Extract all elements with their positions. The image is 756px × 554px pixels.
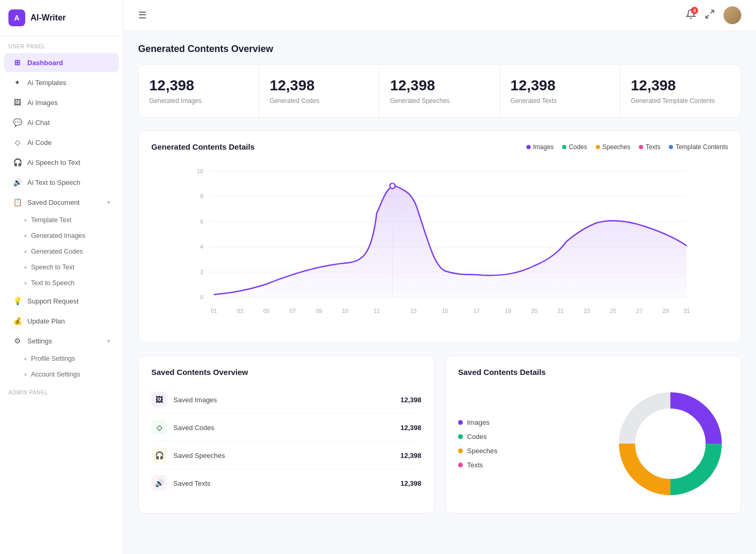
logo-icon: A <box>8 9 25 26</box>
logo-area[interactable]: A AI-Writer <box>0 0 123 36</box>
svg-text:29: 29 <box>662 308 669 314</box>
sidebar-footer-label: Admin Panel <box>0 382 123 399</box>
svg-text:11: 11 <box>374 308 380 314</box>
saved-doc-icon: 📋 <box>13 197 22 207</box>
legend-item-template-contents: Template Contents <box>669 143 728 151</box>
svg-line-0 <box>711 10 714 13</box>
stat-value: 12,398 <box>149 77 248 94</box>
chart-svg-area: 10 8 6 4 2 0 01 03 05 07 09 10 11 13 15 <box>151 161 728 331</box>
notification-badge: 4 <box>691 7 698 14</box>
sidebar-item-profile-settings[interactable]: Profile Settings <box>4 351 119 366</box>
sidebar-item-template-text[interactable]: Template Text <box>4 213 119 227</box>
saved-overview-card: Saved Contents Overview 🖼 Saved Images 1… <box>138 356 434 514</box>
sidebar-item-settings[interactable]: ⚙ Settings ▾ <box>4 331 119 350</box>
donut-legend-speeches: Speeches <box>458 447 498 455</box>
stat-card-images: 12,398 Generated Images <box>139 65 259 117</box>
sub-item-label: Generated Images <box>31 232 86 239</box>
svg-text:21: 21 <box>557 308 564 314</box>
sidebar-item-saved-document[interactable]: 📋 Saved Document ▾ <box>4 193 119 212</box>
donut-legend: Images Codes Speeches Texts <box>458 419 498 469</box>
legend-dot-template <box>669 145 673 149</box>
donut-legend-codes: Codes <box>458 433 498 441</box>
bullet-dot <box>24 373 27 376</box>
saved-row-value: 12,398 <box>400 452 421 459</box>
sub-item-label: Template Text <box>31 216 71 224</box>
saved-row-label: Saved Codes <box>173 424 400 432</box>
saved-details-title: Saved Contents Details <box>458 368 728 377</box>
svg-text:0: 0 <box>200 294 203 300</box>
sidebar-item-text-to-speech[interactable]: Text to Speech <box>4 276 119 290</box>
stat-card-speeches: 12,398 Generated Speeches <box>379 65 500 117</box>
saved-overview-title: Saved Contents Overview <box>151 368 421 377</box>
sidebar-item-dashboard[interactable]: ⊞ Dashboard <box>4 53 119 72</box>
sidebar: A AI-Writer User Panel ⊞ Dashboard ✦ Ai … <box>0 0 123 554</box>
donut-legend-label: Texts <box>467 461 483 469</box>
sidebar-item-ai-chat[interactable]: 💬 Ai Chat <box>4 113 119 132</box>
svg-text:13: 13 <box>410 308 417 314</box>
content-area: Generated Contents Overview 12,398 Gener… <box>123 31 756 554</box>
svg-text:01: 01 <box>211 308 217 314</box>
svg-text:31: 31 <box>683 308 690 314</box>
chart-header: Generated Contents Details Images Codes … <box>151 142 728 151</box>
sidebar-item-ai-text-to-speech[interactable]: 🔊 Ai Text to Speech <box>4 173 119 192</box>
bullet-dot <box>24 250 27 253</box>
sidebar-item-generated-images[interactable]: Generated Images <box>4 228 119 243</box>
sub-item-label: Account Settings <box>31 371 80 378</box>
saved-texts-icon: 🔊 <box>151 475 167 491</box>
svg-text:10: 10 <box>342 308 348 314</box>
sidebar-item-label: Ai Text to Speech <box>27 179 80 186</box>
notification-button[interactable]: 4 <box>686 9 696 22</box>
donut-dot-speeches <box>458 448 463 453</box>
sidebar-item-ai-code[interactable]: ◇ Ai Code <box>4 133 119 152</box>
sidebar-item-label: Settings <box>27 337 52 345</box>
settings-icon: ⚙ <box>13 336 22 346</box>
stats-grid: 12,398 Generated Images 12,398 Generated… <box>138 64 741 118</box>
legend-item-texts: Texts <box>639 143 660 151</box>
chevron-down-icon: ▾ <box>107 199 110 206</box>
svg-text:8: 8 <box>200 193 203 200</box>
sub-item-label: Generated Codes <box>31 248 83 255</box>
stat-card-texts: 12,398 Generated Texts <box>500 65 620 117</box>
svg-text:15: 15 <box>442 308 448 314</box>
legend-item-speeches: Speeches <box>596 143 630 151</box>
sidebar-item-account-settings[interactable]: Account Settings <box>4 367 119 382</box>
svg-text:4: 4 <box>200 244 203 250</box>
saved-row-texts: 🔊 Saved Texts 12,398 <box>151 469 421 497</box>
donut-area: Images Codes Speeches Texts <box>458 386 728 501</box>
user-avatar[interactable] <box>723 6 741 24</box>
sub-item-label: Text to Speech <box>31 279 75 287</box>
fullscreen-button[interactable] <box>705 9 715 22</box>
svg-point-39 <box>639 412 702 476</box>
donut-dot-texts <box>458 463 463 467</box>
bottom-grid: Saved Contents Overview 🖼 Saved Images 1… <box>138 356 741 514</box>
svg-text:10: 10 <box>197 168 203 174</box>
saved-row-label: Saved Images <box>173 396 400 404</box>
ai-templates-icon: ✦ <box>13 78 22 87</box>
legend-item-images: Images <box>526 143 554 151</box>
saved-row-codes: ◇ Saved Codes 12,398 <box>151 414 421 442</box>
sidebar-item-label: Ai Speech to Text <box>27 159 80 166</box>
bullet-dot <box>24 358 27 360</box>
svg-text:2: 2 <box>200 269 203 275</box>
svg-text:07: 07 <box>289 308 296 314</box>
saved-row-images: 🖼 Saved Images 12,398 <box>151 386 421 414</box>
ai-chat-icon: 💬 <box>13 118 22 127</box>
sidebar-item-support-request[interactable]: 💡 Support Request <box>4 291 119 310</box>
saved-details-card: Saved Contents Details Images Codes <box>445 356 741 514</box>
sidebar-item-generated-codes[interactable]: Generated Codes <box>4 244 119 259</box>
bullet-dot <box>24 282 27 285</box>
sidebar-item-ai-templates[interactable]: ✦ Ai Templates <box>4 73 119 92</box>
sidebar-item-speech-to-text[interactable]: Speech to Text <box>4 260 119 275</box>
bullet-dot <box>24 266 27 269</box>
sidebar-item-ai-speech-to-text[interactable]: 🎧 Ai Speech to Text <box>4 153 119 172</box>
sub-item-label: Profile Settings <box>31 355 75 362</box>
sidebar-item-label: Saved Document <box>27 198 80 206</box>
menu-toggle-icon[interactable]: ☰ <box>138 9 147 21</box>
stat-label: Generated Texts <box>511 97 609 104</box>
logo-text: AI-Writer <box>30 13 66 23</box>
sidebar-item-update-plan[interactable]: 💰 Update Plan <box>4 311 119 330</box>
stat-label: Generated Speeches <box>390 97 489 104</box>
stat-card-codes: 12,398 Generated Codes <box>259 65 379 117</box>
saved-row-label: Saved Speeches <box>173 452 400 459</box>
sidebar-item-ai-images[interactable]: 🖼 Ai Images <box>4 93 119 112</box>
